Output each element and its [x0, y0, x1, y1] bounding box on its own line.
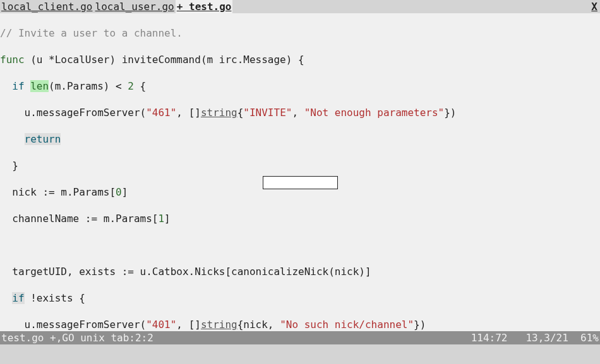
- kw-return: return: [25, 133, 61, 145]
- code-text: , []: [176, 107, 201, 119]
- str-literal: "No such nick/channel": [280, 319, 414, 331]
- code-text: !exists {: [25, 292, 85, 304]
- tab-local-client[interactable]: local_client.go: [0, 0, 94, 13]
- code-text: (u *LocalUser) inviteCommand(m irc.Messa…: [25, 54, 304, 66]
- tab-spacer: [232, 0, 589, 13]
- code-text: channelName := m.Params[: [0, 213, 158, 225]
- code-text: }: [0, 160, 18, 172]
- code-comment: // Invite a user to a channel.: [0, 27, 183, 39]
- code-text: targetUID, exists := u.Catbox.Nicks[cano…: [0, 266, 371, 278]
- type-string: string: [201, 319, 237, 331]
- kw-func: func: [0, 54, 25, 66]
- tab-test-go[interactable]: + test.go: [176, 0, 233, 13]
- type-string: string: [201, 107, 237, 119]
- code-text: ]: [164, 213, 171, 225]
- code-text: nick := m.Params[: [0, 186, 116, 198]
- tab-close-button[interactable]: X: [589, 0, 600, 13]
- str-literal: "INVITE": [243, 107, 292, 119]
- tab-bar: local_client.go local_user.go + test.go …: [0, 0, 600, 13]
- code-text: ]: [122, 186, 128, 198]
- str-literal: "401": [146, 319, 176, 331]
- code-text: }): [414, 319, 426, 331]
- code-text: [0, 80, 12, 92]
- tab-local-user[interactable]: local_user.go: [94, 0, 176, 13]
- num-literal: 1: [158, 213, 164, 225]
- num-literal: 0: [116, 186, 122, 198]
- code-text: u.messageFromServer(: [0, 319, 146, 331]
- floating-completion-box[interactable]: [263, 176, 338, 189]
- code-text: , []: [176, 319, 201, 331]
- str-literal: "461": [146, 107, 176, 119]
- code-text: [25, 80, 31, 92]
- num-literal: 2: [128, 80, 134, 92]
- code-text: {: [134, 80, 146, 92]
- code-text: [0, 292, 12, 304]
- status-right: 114:72 13,3/21 61%: [471, 331, 599, 344]
- str-literal: "Not enough parameters": [304, 107, 445, 119]
- code-text: {: [237, 107, 244, 119]
- editor-buffer[interactable]: // Invite a user to a channel. func (u *…: [0, 13, 600, 331]
- kw-if: if: [12, 292, 24, 304]
- status-bar: test.go +,GO unix tab:2:2 114:72 13,3/21…: [0, 331, 600, 344]
- status-left: test.go +,GO unix tab:2:2: [1, 331, 471, 344]
- code-text: u.messageFromServer(: [0, 107, 146, 119]
- code-text: (m.Params) <: [49, 80, 128, 92]
- code-text: {nick,: [237, 319, 280, 331]
- code-text: }): [444, 107, 456, 119]
- kw-if: if: [12, 80, 24, 92]
- command-line[interactable]: [0, 344, 600, 364]
- code-text: ,: [292, 107, 304, 119]
- code-text: [0, 133, 25, 145]
- builtin-len: len: [30, 80, 49, 92]
